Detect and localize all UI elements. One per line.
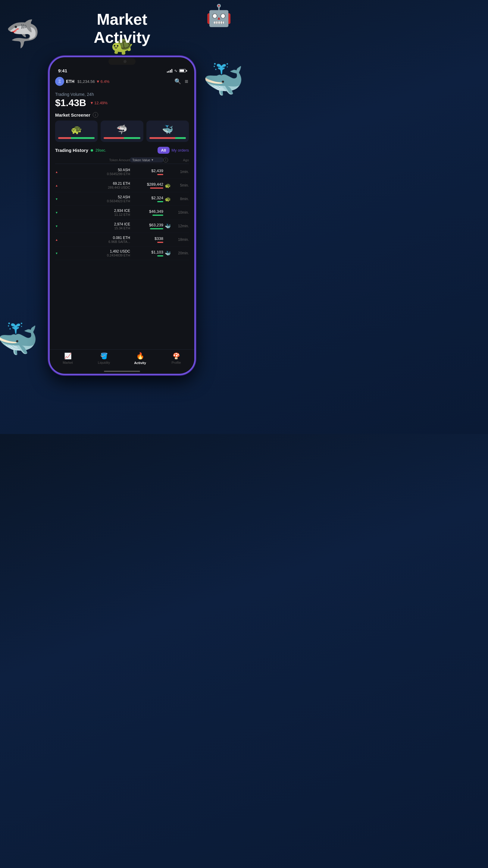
- trade-ago: 10min.: [172, 210, 189, 215]
- nav-item-market[interactable]: 📈 Market: [50, 352, 86, 364]
- trading-history-section: Trading History 29sec. All My orders Tok…: [55, 147, 189, 260]
- market-icon: 📈: [64, 352, 72, 360]
- table-row: ▼ 2,934 ICE 11.12 ETH $46,349 10min.: [55, 206, 189, 219]
- token-value-dropdown[interactable]: Token Value ▾: [130, 157, 163, 162]
- trade-value-col: $46,349: [130, 209, 163, 216]
- screener-shark-icon: 🦈: [116, 124, 127, 135]
- background-whale-left: 🐳: [0, 320, 38, 359]
- screener-card-turtle[interactable]: 🐢: [55, 121, 98, 142]
- home-indicator: [104, 371, 140, 372]
- table-row: ▼ 2,974 ICE 15.34 ETH $63,239 🐳 12min.: [55, 219, 189, 233]
- token-sub: 0.2434839 ETH: [61, 253, 130, 257]
- arrow-up-icon: ▲: [55, 170, 61, 174]
- screener-bar-shark: [104, 137, 140, 139]
- bottom-nav: 📈 Market 🪣 Liquidity 🔥 Activity 🍄 Profil…: [50, 349, 194, 371]
- trade-bar: [157, 255, 163, 256]
- trade-value: $1,103: [130, 250, 163, 254]
- token-main: 2,934 ICE: [61, 209, 130, 213]
- trade-token-col: 0.081 ETH 6.96B SAITA...: [61, 236, 130, 244]
- trade-value: $2,439: [130, 168, 163, 173]
- trade-token-col: 52 ASH 0.5634923 ETH: [61, 195, 130, 203]
- screener-turtle-icon: 🐢: [71, 124, 82, 135]
- th-left: Trading History 29sec.: [55, 148, 106, 153]
- trade-token-col: 69.21 ETH 289,443 USDC: [61, 181, 130, 189]
- volume-label: Trading Volume, 24h: [55, 92, 189, 97]
- search-icon[interactable]: 🔍: [174, 78, 181, 85]
- trade-icon: 🐢: [163, 196, 172, 202]
- trade-bar: [150, 187, 163, 189]
- dropdown-arrow-icon: ▾: [152, 158, 153, 162]
- nav-liquidity-label: Liquidity: [98, 361, 110, 364]
- trade-ago: 12min.: [172, 224, 189, 228]
- trade-value: $289,442: [130, 182, 163, 187]
- trade-bar: [157, 201, 163, 202]
- background-robot: 🤖: [206, 3, 232, 28]
- trading-history-header: Trading History 29sec. All My orders: [55, 147, 189, 154]
- nav-market-label: Market: [63, 361, 73, 364]
- screener-card-shark[interactable]: 🦈: [101, 121, 143, 142]
- wifi-icon: ∿: [174, 68, 177, 73]
- trade-token-col: 2,974 ICE 15.34 ETH: [61, 222, 130, 230]
- token-sub: 289,443 USDC: [61, 186, 130, 189]
- trading-history-title: Trading History: [55, 148, 88, 153]
- notch-inner: [108, 58, 135, 65]
- status-icons: ∿: [167, 68, 186, 73]
- table-header: Token Amount Token Value ▾ i Ago: [55, 156, 189, 164]
- main-content: Trading Volume, 24h $1.43B ▼ 12.49% Mark…: [50, 88, 194, 349]
- table-info-icon[interactable]: i: [163, 158, 168, 162]
- trade-ago: 8min.: [172, 197, 189, 201]
- token-main: 0.081 ETH: [61, 236, 130, 240]
- trade-icon: 🐳: [163, 223, 172, 229]
- screener-info-icon[interactable]: i: [93, 112, 98, 118]
- trade-token-col: 2,934 ICE 11.12 ETH: [61, 209, 130, 216]
- status-time: 9:41: [58, 68, 67, 73]
- all-button[interactable]: All: [158, 147, 170, 154]
- activity-icon: 🔥: [136, 352, 144, 360]
- token-sub: 0.5645299 ETH: [61, 172, 130, 176]
- trade-value-col: $2,324: [130, 195, 163, 202]
- camera-dot: [124, 60, 127, 63]
- trade-value-col: $289,442: [130, 182, 163, 189]
- screener-title: Market Screener: [55, 113, 90, 118]
- trade-token-col: 50 ASH 0.5645299 ETH: [61, 168, 130, 176]
- nav-item-profile[interactable]: 🍄 Profile: [158, 352, 194, 364]
- volume-amount: $1.43B: [55, 97, 86, 108]
- token-sub: 0.5634923 ETH: [61, 199, 130, 203]
- screener-cards: 🐢 🦈 🐳: [55, 121, 189, 142]
- trade-token-col: 1,492 USDC 0.2434839 ETH: [61, 249, 130, 257]
- table-row: ▲ 69.21 ETH 289,443 USDC $289,442 🐢 5min…: [55, 179, 189, 192]
- nav-activity-label: Activity: [134, 361, 146, 365]
- screener-title-row: Market Screener i: [55, 112, 189, 118]
- token-main: 50 ASH: [61, 168, 130, 172]
- nav-item-liquidity[interactable]: 🪣 Liquidity: [86, 352, 122, 364]
- arrow-down-icon: ▼: [55, 211, 61, 214]
- signal-bars-icon: [167, 69, 172, 73]
- trade-value: $2,324: [130, 195, 163, 200]
- token-sub: 15.34 ETH: [61, 226, 130, 230]
- trade-ago: 20min.: [172, 251, 189, 255]
- market-screener-section: Market Screener i 🐢 🦈 🐳: [55, 112, 189, 142]
- col-value-header: Token Value ▾: [130, 157, 163, 162]
- trade-bar: [157, 242, 163, 243]
- my-orders-button[interactable]: My orders: [171, 148, 189, 153]
- screener-card-whale[interactable]: 🐳: [147, 121, 189, 142]
- trade-icon: 🐳: [163, 250, 172, 256]
- volume-section: Trading Volume, 24h $1.43B ▼ 12.49%: [55, 90, 189, 112]
- trade-bar: [153, 215, 163, 216]
- background-shark: 🦈: [6, 18, 40, 50]
- trade-value-col: $63,239: [130, 223, 163, 229]
- volume-change: ▼ 12.49%: [90, 101, 107, 105]
- token-main: 69.21 ETH: [61, 181, 130, 186]
- menu-icon[interactable]: ≡: [185, 78, 189, 85]
- trade-ago: 18min.: [172, 238, 189, 242]
- arrow-down-icon: ▼: [55, 252, 61, 255]
- table-row: ▼ 1,492 USDC 0.2434839 ETH $1,103 🐳 20mi…: [55, 247, 189, 260]
- trade-value-col: $2,439: [130, 168, 163, 175]
- arrow-up-icon: ▲: [55, 184, 61, 187]
- token-sub: 6.96B SAITA...: [61, 240, 130, 244]
- table-row: ▼ 52 ASH 0.5634923 ETH $2,324 🐢 8min.: [55, 192, 189, 206]
- trade-rows: ▲ 50 ASH 0.5645299 ETH $2,439 1min. ▲: [55, 165, 189, 260]
- nav-item-activity[interactable]: 🔥 Activity: [122, 352, 158, 365]
- trade-icon: 🐢: [163, 183, 172, 188]
- th-right: All My orders: [158, 147, 189, 154]
